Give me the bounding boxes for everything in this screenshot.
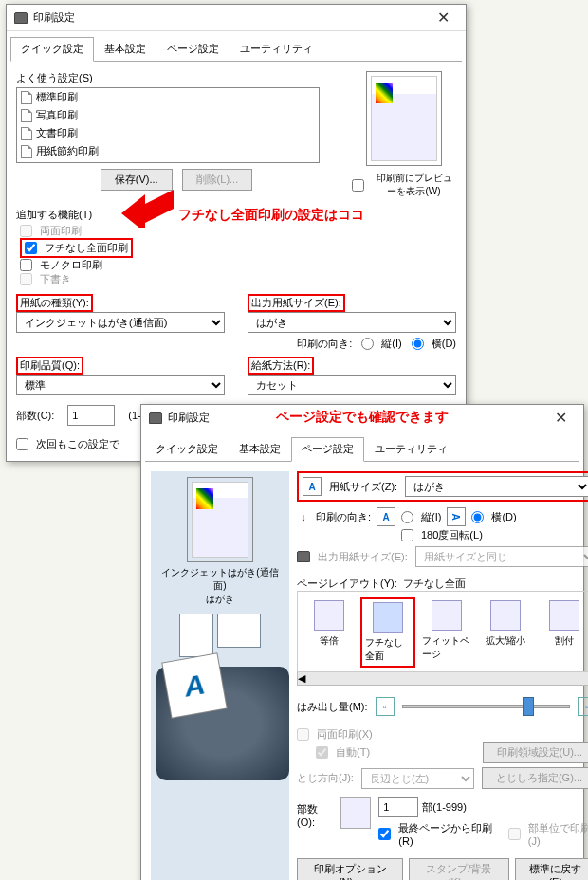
rotate180-label: 180度回転(L) <box>421 528 483 542</box>
printer-icon <box>14 12 28 24</box>
titlebar: 印刷設定 ✕ <box>7 5 466 31</box>
layout-value: フチなし全面 <box>403 577 466 591</box>
layout-item-nup[interactable]: 割付 <box>537 597 588 668</box>
borderless-checkbox[interactable] <box>25 242 37 254</box>
preview-before-print-label: 印刷前にプレビューを表示(W) <box>372 172 456 198</box>
preview-name-2: はがき <box>206 593 234 606</box>
paper-size-icon: A <box>303 477 322 496</box>
copies-input[interactable] <box>67 405 115 426</box>
dialog-title: 印刷設定 <box>33 10 75 25</box>
mono-checkbox[interactable] <box>20 259 32 271</box>
mono-label: モノクロ印刷 <box>40 258 102 272</box>
svg-marker-0 <box>121 190 174 228</box>
stamp-button: スタンプ/背景(K)... <box>409 858 508 880</box>
copies-icon <box>340 797 371 829</box>
tab-utility[interactable]: ユーティリティ <box>364 437 458 461</box>
print-options-button[interactable]: 印刷オプション(N)... <box>297 858 403 880</box>
close-button[interactable]: ✕ <box>542 406 579 431</box>
by-set-checkbox: 部単位で印刷(J) <box>508 821 588 847</box>
layout-item-normal[interactable]: 等倍 <box>302 597 357 668</box>
overflow-min-icon: ▫ <box>376 697 395 716</box>
copies-label: 部数(O): <box>297 797 333 828</box>
feed-label: 給紙方法(R): <box>248 357 314 375</box>
layout-icon <box>373 602 403 632</box>
list-item-label: 封筒印刷 <box>36 162 78 163</box>
doc-icon <box>21 127 32 140</box>
callout-borderless: フチなし全面印刷の設定はココ <box>178 207 364 224</box>
bind-label: とじ方向(J): <box>297 771 354 785</box>
duplex-checkbox <box>20 225 32 237</box>
layout-item-borderless[interactable]: フチなし全面 <box>360 597 415 668</box>
tab-basic[interactable]: 基本設定 <box>229 437 291 461</box>
doc-icon <box>21 109 32 122</box>
duplex-label: 両面印刷 <box>40 224 82 238</box>
list-item[interactable]: 写真印刷 <box>17 106 319 124</box>
bind-select: 長辺とじ(左) <box>361 768 474 789</box>
copies-input[interactable] <box>378 797 418 817</box>
preview-before-print-checkbox[interactable] <box>352 179 364 192</box>
quality-label: 印刷品質(Q): <box>16 357 83 375</box>
quality-select[interactable]: 標準 <box>16 375 225 395</box>
dialog-title: 印刷設定 <box>168 411 210 425</box>
tabs: クイック設定 基本設定 ページ設定 ユーティリティ <box>10 35 462 62</box>
feed-select[interactable]: カセット <box>248 375 456 395</box>
paper-size-select[interactable]: はがき <box>405 476 588 497</box>
draft-checkbox <box>20 273 32 285</box>
portrait-radio[interactable]: 縦(I) <box>361 337 401 351</box>
layout-icon <box>549 600 579 631</box>
layout-icon <box>314 600 344 631</box>
list-item[interactable]: 封筒印刷 <box>17 160 319 163</box>
auto-label: 自動(T) <box>336 745 370 760</box>
callout-confirm: ページ設定でも確認できます <box>276 409 449 426</box>
list-item[interactable]: 文書印刷 <box>17 124 319 142</box>
orientation-thumb-portrait[interactable] <box>179 614 213 657</box>
paper-type-select[interactable]: インクジェットはがき(通信面) <box>16 312 225 333</box>
list-item-label: 写真印刷 <box>36 108 78 122</box>
layout-items: 等倍 フチなし全面 フィットページ 拡大/縮小 割付 <box>297 591 588 672</box>
also-apply-label: 次回もこの設定で <box>36 437 119 451</box>
close-button[interactable]: ✕ <box>424 6 462 30</box>
output-size-select[interactable]: はがき <box>248 312 456 333</box>
printer-icon <box>149 412 162 424</box>
orientation-thumb-landscape[interactable] <box>217 614 261 648</box>
layout-item-fit[interactable]: フィットページ <box>419 597 474 668</box>
paper-type-label: 用紙の種類(Y): <box>16 294 93 312</box>
list-item[interactable]: 標準印刷 <box>17 88 319 106</box>
output-size-select: 用紙サイズと同じ <box>415 546 588 567</box>
overflow-max-icon: ▫ <box>578 697 588 716</box>
tab-page-setup[interactable]: ページ設定 <box>291 437 364 462</box>
tab-utility[interactable]: ユーティリティ <box>230 37 323 61</box>
orientation-label: 印刷の向き: <box>316 510 371 524</box>
also-apply-checkbox[interactable] <box>16 438 28 450</box>
doc-icon <box>21 145 32 158</box>
tab-quick-setup[interactable]: クイック設定 <box>10 37 94 62</box>
duplex-label: 両面印刷(X) <box>317 727 373 742</box>
layout-icon <box>432 600 462 631</box>
tab-basic[interactable]: 基本設定 <box>94 37 156 61</box>
landscape-radio[interactable]: 横(D) <box>471 510 516 524</box>
tab-page-setup[interactable]: ページ設定 <box>156 37 230 61</box>
layout-item-scale[interactable]: 拡大/縮小 <box>478 597 533 668</box>
layout-scrollbar[interactable]: ◀▶ <box>297 672 588 686</box>
preview-pane <box>366 71 442 166</box>
presets-listbox[interactable]: 標準印刷 写真印刷 文書印刷 用紙節約印刷 封筒印刷 <box>16 87 320 163</box>
overflow-slider[interactable] <box>402 705 570 708</box>
portrait-icon: A <box>377 507 395 526</box>
landscape-radio[interactable]: 横(D) <box>412 337 456 351</box>
list-item[interactable]: 用紙節約印刷 <box>17 142 319 160</box>
defaults-button[interactable]: 標準に戻す(E) <box>515 858 588 880</box>
preview-pane <box>187 477 253 562</box>
last-page-first-checkbox[interactable]: 最終ページから印刷(R) <box>378 821 498 847</box>
tab-quick-setup[interactable]: クイック設定 <box>145 437 229 461</box>
callout-arrow-icon <box>121 180 178 228</box>
overflow-label: はみ出し量(M): <box>297 700 368 714</box>
bind-margin-button: とじしろ指定(G)... <box>482 767 588 789</box>
draft-label: 下書き <box>40 272 71 286</box>
portrait-radio[interactable]: 縦(I) <box>401 510 441 524</box>
presets-label: よく使う設定(S) <box>16 71 337 85</box>
copies-label: 部数(C): <box>16 409 54 423</box>
doc-icon <box>21 163 32 164</box>
delete-button[interactable]: 削除(L)... <box>182 169 253 191</box>
rotate180-checkbox[interactable] <box>401 529 413 541</box>
list-item-label: 用紙節約印刷 <box>36 144 99 158</box>
